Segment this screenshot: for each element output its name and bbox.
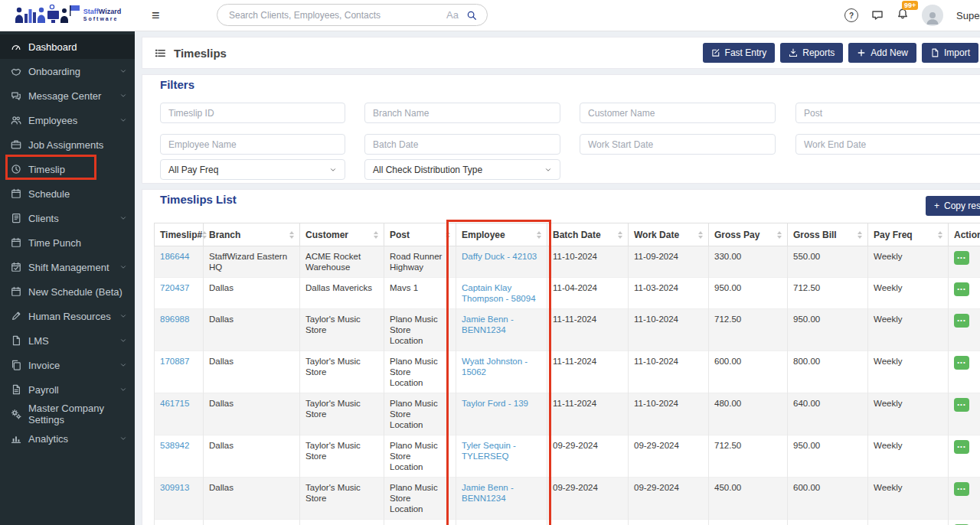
table-row: 568545DallasTaylor's Music StorePlano Mu… bbox=[155, 520, 980, 525]
timeslip-link: 720437 bbox=[155, 278, 204, 309]
cell-customer: Taylor's Music Store bbox=[300, 351, 384, 393]
timeslip-id-filter-input[interactable] bbox=[160, 103, 345, 123]
chat-icon[interactable] bbox=[871, 9, 884, 21]
sidebar-item-dashboard[interactable]: Dashboard bbox=[0, 34, 135, 59]
sidebar-item-label: Employees bbox=[28, 115, 77, 126]
post-filter-input[interactable] bbox=[795, 103, 980, 123]
column-header-pay-freq[interactable]: Pay Freq bbox=[868, 223, 949, 246]
sidebar-item-job-assignments[interactable]: Job Assignments bbox=[0, 132, 135, 157]
cell-pay-freq: Weekly bbox=[868, 278, 949, 309]
cell-gross-bill: 640.00 bbox=[788, 393, 868, 435]
batch-date-filter-input[interactable] bbox=[364, 134, 560, 155]
column-header-batch-date[interactable]: Batch Date bbox=[547, 223, 629, 246]
user-name[interactable]: Super Admin bbox=[956, 10, 980, 21]
sidebar-item-schedule[interactable]: Schedule bbox=[0, 181, 135, 206]
sidebar-item-master-company-settings[interactable]: Master Company Settings bbox=[0, 402, 135, 426]
table-row: 538942DallasTaylor's Music StorePlano Mu… bbox=[155, 435, 980, 478]
cell-gross-pay: 450.00 bbox=[709, 478, 788, 520]
sidebar-item-analytics[interactable]: Analytics bbox=[0, 426, 135, 451]
column-header-work-date[interactable]: Work Date bbox=[629, 223, 709, 246]
row-actions-button[interactable]: ••• bbox=[954, 356, 969, 370]
work-start-date-filter-input[interactable] bbox=[580, 134, 776, 155]
row-actions-button[interactable]: ••• bbox=[954, 482, 969, 496]
sidebar-item-lms[interactable]: LMS bbox=[0, 328, 135, 353]
app-logo[interactable]: StaffWizard Software bbox=[0, 0, 135, 31]
search-icon[interactable] bbox=[466, 10, 477, 21]
sidebar-item-time-punch[interactable]: Time Punch bbox=[0, 230, 135, 255]
timeslip-link[interactable]: 461715 bbox=[160, 398, 189, 409]
sidebar-item-onboarding[interactable]: Onboarding bbox=[0, 59, 135, 83]
cell-text: Weekly bbox=[874, 282, 903, 293]
employee-link[interactable]: Daffy Duck - 42103 bbox=[462, 251, 537, 262]
row-actions-button[interactable]: ••• bbox=[954, 282, 969, 296]
timeslip-link[interactable]: 186644 bbox=[160, 251, 189, 262]
sidebar-toggle-button[interactable]: ≡ bbox=[152, 0, 160, 31]
notifications-bell-icon[interactable]: 99+ bbox=[897, 8, 909, 23]
reports-button[interactable]: Reports bbox=[780, 43, 843, 63]
cell-text: Weekly bbox=[874, 440, 903, 451]
sidebar-item-shift-management[interactable]: Shift Management bbox=[0, 255, 135, 279]
all-check-distribution-type-select[interactable]: All Check Distribution Type bbox=[364, 159, 560, 180]
user-avatar[interactable] bbox=[922, 5, 943, 26]
import-button[interactable]: Import bbox=[922, 43, 978, 63]
column-header-gross-pay[interactable]: Gross Pay bbox=[709, 223, 788, 246]
timeslip-link[interactable]: 538942 bbox=[160, 440, 189, 451]
cell-batch-date: 11-10-2024 bbox=[547, 246, 629, 278]
add-new-button[interactable]: Add New bbox=[848, 43, 916, 63]
cell-text: Dallas bbox=[209, 356, 234, 367]
cell-text: Dallas bbox=[209, 398, 234, 409]
column-header-post[interactable]: Post bbox=[384, 223, 456, 246]
search-input[interactable] bbox=[227, 9, 439, 21]
timeslip-link[interactable]: 309913 bbox=[160, 482, 189, 493]
column-header-gross-bill[interactable]: Gross Bill bbox=[788, 223, 868, 246]
employee-link[interactable]: Captain Klay Thompson - 58094 bbox=[462, 282, 536, 304]
column-header-employee[interactable]: Employee bbox=[456, 223, 547, 246]
copy-result-button[interactable]: + Copy result bbox=[926, 196, 980, 216]
sidebar-item-new-schedule-beta[interactable]: New Schedule (Beta) bbox=[0, 279, 135, 304]
employee-link[interactable]: Jamie Benn - BENN1234 bbox=[462, 482, 514, 504]
cell-text: 712.50 bbox=[714, 314, 741, 324]
cell-pay-freq: Weekly bbox=[868, 520, 949, 525]
cell-text: 11-10-2024 bbox=[634, 398, 678, 409]
customer-name-filter-input[interactable] bbox=[580, 103, 776, 123]
case-sensitivity-toggle[interactable]: Aa bbox=[446, 9, 459, 21]
column-header-timeslip[interactable]: Timeslip# bbox=[155, 223, 204, 246]
sidebar-item-label: Payroll bbox=[28, 384, 59, 396]
timeslip-link[interactable]: 720437 bbox=[160, 282, 189, 293]
cell-text: 11-10-2024 bbox=[634, 314, 678, 324]
row-actions-button[interactable]: ••• bbox=[954, 314, 969, 328]
column-header-action[interactable]: Action bbox=[949, 223, 980, 246]
employee-link[interactable]: Wyatt Johnston - 15062 bbox=[462, 356, 528, 377]
column-header-customer[interactable]: Customer bbox=[300, 223, 384, 246]
work-end-date-filter-input[interactable] bbox=[795, 134, 980, 155]
help-icon[interactable]: ? bbox=[844, 8, 858, 22]
timeslip-link[interactable]: 170887 bbox=[160, 356, 189, 367]
employee-name-filter-input[interactable] bbox=[160, 134, 345, 155]
sidebar-item-label: Shift Management bbox=[28, 262, 109, 273]
sidebar-item-timeslip[interactable]: Timeslip bbox=[0, 157, 135, 181]
bell-icon bbox=[897, 8, 909, 23]
sidebar-item-label: LMS bbox=[28, 335, 49, 347]
sidebar-item-employees[interactable]: Employees bbox=[0, 108, 135, 132]
table-row: 309913DallasTaylor's Music StorePlano Mu… bbox=[155, 478, 980, 520]
row-actions-button[interactable]: ••• bbox=[954, 398, 969, 412]
sidebar-item-human-resources[interactable]: Human Resources bbox=[0, 304, 135, 328]
cell-text: Plano Music Store Location bbox=[390, 440, 450, 472]
branch-name-filter-input[interactable] bbox=[364, 103, 560, 123]
row-actions-button[interactable]: ••• bbox=[954, 440, 969, 454]
employee-link[interactable]: Taylor Ford - 139 bbox=[462, 398, 528, 409]
sidebar-item-invoice[interactable]: Invoice bbox=[0, 353, 135, 377]
column-header-branch[interactable]: Branch bbox=[204, 223, 300, 246]
timeslip-link[interactable]: 896988 bbox=[160, 314, 189, 324]
cell-text: 800.00 bbox=[793, 356, 820, 367]
sidebar-item-payroll[interactable]: Payroll bbox=[0, 377, 135, 402]
employee-link[interactable]: Jamie Benn - BENN1234 bbox=[462, 314, 514, 335]
sidebar-item-message-center[interactable]: Message Center bbox=[0, 83, 135, 108]
fast-entry-button[interactable]: Fast Entry bbox=[703, 43, 776, 63]
row-actions-button[interactable]: ••• bbox=[954, 251, 969, 265]
all-pay-freq-select[interactable]: All Pay Freq bbox=[160, 159, 345, 180]
cell-action: ••• bbox=[949, 309, 980, 351]
employee-link[interactable]: Tyler Sequin - TYLERSEQ bbox=[462, 440, 516, 461]
sort-icon bbox=[202, 231, 207, 239]
sidebar-item-clients[interactable]: Clients bbox=[0, 206, 135, 230]
